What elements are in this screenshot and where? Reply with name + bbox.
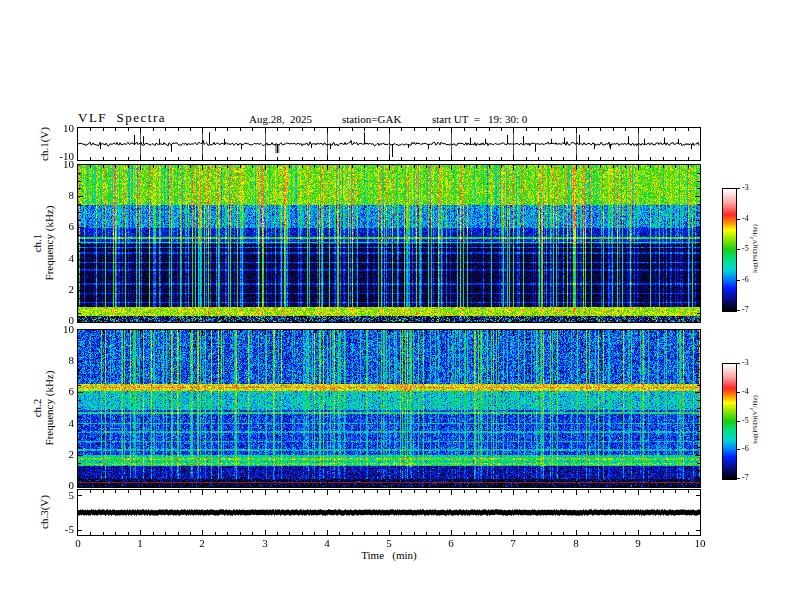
spec2-ytick-4: 4 <box>52 417 74 429</box>
x-ticklabel-6: 6 <box>439 537 463 549</box>
ch1-ytick-10: 10 <box>52 122 74 134</box>
x-ticklabel-3: 3 <box>253 537 277 549</box>
x-ticklabel-4: 4 <box>315 537 339 549</box>
spec1-ytick-6: 6 <box>52 220 74 232</box>
x-ticklabel-7: 7 <box>501 537 525 549</box>
ch1-waveform-panel <box>77 127 701 161</box>
colorbar-2-label: log(PSD)(V2/Hz) <box>749 360 758 480</box>
ch1-ytick-neg10: -10 <box>52 150 74 162</box>
figure-title: VLF Spectra <box>78 110 166 126</box>
ch2-spectrogram-ylabel: ch.2 Frequency (kHz) <box>31 330 55 487</box>
ch3-waveform-ylabel: ch.3(V) <box>38 482 50 542</box>
ch1-spec-ylabel-line1: ch.1 <box>31 165 43 322</box>
cb2-ticklabel--3: -3 <box>742 358 749 367</box>
spec2-ytick-6: 6 <box>52 385 74 397</box>
start-time-label: start UT = 19: 30: 0 <box>432 113 527 125</box>
x-ticklabel-0: 0 <box>66 537 90 549</box>
spec1-ytick-4: 4 <box>52 252 74 264</box>
cb1-label-suffix: /Hz) <box>751 224 759 236</box>
x-ticklabel-8: 8 <box>564 537 588 549</box>
cb2-ticklabel--5: -5 <box>742 416 749 425</box>
ch1-waveform-canvas <box>78 128 700 160</box>
x-ticklabel-9: 9 <box>626 537 650 549</box>
figure-date: Aug.28, 2025 <box>249 113 312 125</box>
ch1-spectrogram-canvas <box>78 165 700 322</box>
ch1-spectrogram-panel <box>77 164 701 323</box>
x-ticklabel-1: 1 <box>128 537 152 549</box>
spec2-ytick-2: 2 <box>52 448 74 460</box>
cb2-label-sup: 2 <box>749 408 754 411</box>
colorbar-2 <box>722 363 737 480</box>
spec1-ytick-8: 8 <box>52 189 74 201</box>
station-label: station=GAK <box>342 113 401 125</box>
spec2-ytick-0: 0 <box>52 479 74 491</box>
cb2-ticklabel--6: -6 <box>742 444 749 453</box>
x-ticklabel-2: 2 <box>190 537 214 549</box>
cb2-ticklabel--4: -4 <box>742 387 749 396</box>
ch1-spec-ylabel-line2: Frequency (kHz) <box>43 165 55 322</box>
cb1-label-sup: 2 <box>749 237 754 240</box>
cb1-label-prefix: log(PSD)(V <box>751 239 759 273</box>
cb1-ticklabel--5: -5 <box>742 244 749 253</box>
cb1-ticklabel--6: -6 <box>742 275 749 284</box>
cb1-ticklabel--3: -3 <box>742 183 749 192</box>
spec2-ytick-10: 10 <box>52 323 74 335</box>
ch2-spec-ylabel-line1: ch.2 <box>31 330 43 487</box>
cb2-ticklabel--7: -7 <box>742 473 749 482</box>
ch2-spectrogram-panel <box>77 329 701 488</box>
ch3-ytick-5: 5 <box>52 489 74 501</box>
x-ticklabel-10: 10 <box>688 537 712 549</box>
cb1-ticklabel--4: -4 <box>742 214 749 223</box>
spec1-ytick-0: 0 <box>52 314 74 326</box>
ch3-waveform-canvas <box>78 490 700 535</box>
spec1-ytick-10: 10 <box>52 158 74 170</box>
ch1-spectrogram-ylabel: ch.1 Frequency (kHz) <box>31 165 55 322</box>
spec2-ytick-8: 8 <box>52 354 74 366</box>
ch2-spec-ylabel-line2: Frequency (kHz) <box>43 330 55 487</box>
cb2-label-suffix: /Hz) <box>751 395 759 407</box>
vlf-spectra-figure: VLF Spectra Aug.28, 2025 station=GAK sta… <box>0 0 792 612</box>
ch3-waveform-panel <box>77 489 701 536</box>
cb1-ticklabel--7: -7 <box>742 305 749 314</box>
cb2-label-prefix: log(PSD)(V <box>751 410 759 444</box>
spec1-ytick-2: 2 <box>52 283 74 295</box>
time-axis-label: Time (min) <box>339 549 439 561</box>
x-ticklabel-5: 5 <box>377 537 401 549</box>
colorbar-1-label: log(PSD)(V2/Hz) <box>749 189 758 309</box>
colorbar-1 <box>722 188 737 312</box>
ch3-ytick-neg5: -5 <box>52 523 74 535</box>
ch2-spectrogram-canvas <box>78 330 700 487</box>
